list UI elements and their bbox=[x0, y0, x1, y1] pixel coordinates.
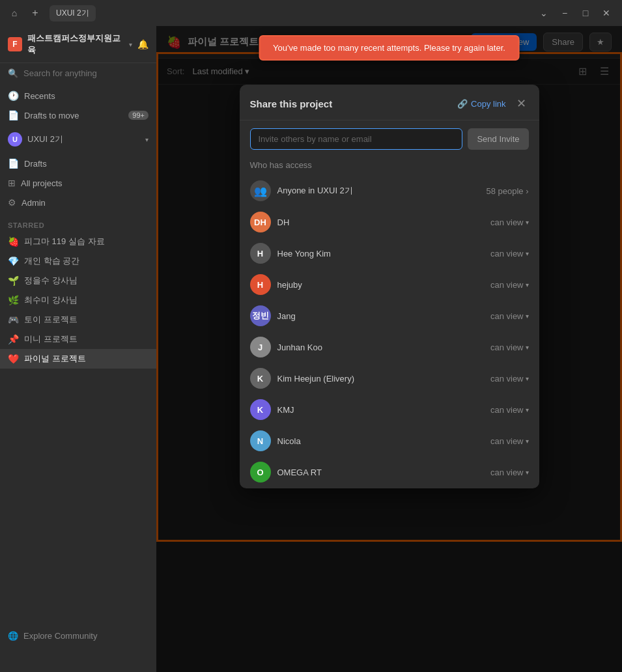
copy-link-icon: 🔗 bbox=[457, 99, 468, 109]
maximize-button[interactable]: □ bbox=[578, 5, 593, 21]
starred-item-label: 개인 학습 공간 bbox=[24, 255, 79, 267]
member-name: DH bbox=[277, 217, 484, 227]
titlebar: ⌂ + UXUI 2기 ⌄ − □ ✕ bbox=[0, 0, 622, 26]
member-avatar: K bbox=[250, 399, 271, 420]
overflow-button[interactable]: ⌄ bbox=[536, 5, 552, 21]
member-name: hejuby bbox=[277, 280, 484, 290]
sidebar-starred-item[interactable]: 🌱 정을수 강사님 bbox=[0, 271, 156, 290]
member-avatar: J bbox=[250, 337, 271, 357]
member-row[interactable]: 정빈 Jang can view ▾ bbox=[240, 300, 539, 331]
new-tab-button[interactable]: + bbox=[29, 7, 42, 20]
member-permission[interactable]: can view ▾ bbox=[490, 217, 529, 227]
starred-item-icon: 💎 bbox=[8, 256, 19, 266]
send-invite-button[interactable]: Send Invite bbox=[468, 128, 528, 150]
member-avatar: 정빈 bbox=[250, 305, 271, 326]
sidebar-item-drafts[interactable]: 📄 Drafts bbox=[0, 154, 156, 173]
starred-list: 🍓 피그마 119 실습 자료 💎 개인 학습 공간 🌱 정을수 강사님 🌿 최… bbox=[0, 232, 156, 369]
starred-item-label: 토이 프로젝트 bbox=[24, 314, 78, 326]
notifications-icon[interactable]: 🔔 bbox=[137, 39, 148, 49]
sidebar-starred-item[interactable]: 📌 미니 프로젝트 bbox=[0, 329, 156, 349]
starred-item-label: 최수미 강사님 bbox=[24, 294, 78, 306]
sidebar-nav: 🕐 Recents 📄 Drafts to move 99+ bbox=[0, 83, 156, 128]
member-row[interactable]: N Nicola can view ▾ bbox=[240, 425, 539, 456]
member-name: Kim Heejun (Elivery) bbox=[277, 374, 484, 384]
member-permission[interactable]: can view ▾ bbox=[490, 374, 529, 384]
all-projects-icon: ⊞ bbox=[8, 178, 16, 188]
member-row[interactable]: P PM5_강유나 can view ▾ bbox=[240, 488, 539, 488]
starred-section-label: Starred bbox=[0, 215, 156, 232]
starred-item-icon: ❤️ bbox=[8, 354, 19, 364]
search-input[interactable] bbox=[23, 68, 148, 78]
member-permission[interactable]: can view ▾ bbox=[490, 343, 529, 352]
explore-community[interactable]: 🌐 Explore Community bbox=[0, 626, 156, 646]
member-name: OMEGA RT bbox=[277, 468, 484, 477]
drafts-nav-label: Drafts bbox=[24, 159, 47, 169]
member-permission[interactable]: can view ▾ bbox=[490, 405, 529, 415]
share-dialog-close-button[interactable]: ✕ bbox=[514, 95, 529, 112]
sidebar-starred-item[interactable]: 💎 개인 학습 공간 bbox=[0, 251, 156, 271]
member-row[interactable]: K Kim Heejun (Elivery) can view ▾ bbox=[240, 363, 539, 394]
member-permission[interactable]: can view ▾ bbox=[490, 436, 529, 446]
sidebar-item-uxui[interactable]: U UXUI 2기 ▾ bbox=[0, 128, 156, 151]
member-permission[interactable]: can view ▾ bbox=[490, 249, 529, 259]
member-avatar: K bbox=[250, 368, 271, 389]
copy-link-button[interactable]: 🔗 Copy link bbox=[457, 99, 505, 109]
member-row[interactable]: H Hee Yong Kim can view ▾ bbox=[240, 238, 539, 269]
starred-item-icon: 🍓 bbox=[8, 236, 19, 247]
share-dialog-header: Share this project 🔗 Copy link ✕ bbox=[240, 85, 539, 120]
starred-item-icon: 🎮 bbox=[8, 315, 19, 325]
member-avatar: 👥 bbox=[250, 180, 271, 201]
copy-link-label: Copy link bbox=[471, 99, 505, 109]
member-row[interactable]: K KMJ can view ▾ bbox=[240, 394, 539, 425]
sidebar-starred-item[interactable]: 🎮 토이 프로젝트 bbox=[0, 310, 156, 329]
user-nav: 📄 Drafts ⊞ All projects ⚙ Admin bbox=[0, 151, 156, 215]
member-row[interactable]: 👥 Anyone in UXUI 2기 58 people › bbox=[240, 175, 539, 206]
sidebar-header: F 패스트캠퍼스정부지원교육 ▾ 🔔 bbox=[0, 26, 156, 63]
share-dialog: Share this project 🔗 Copy link ✕ Send In… bbox=[240, 85, 539, 488]
admin-icon: ⚙ bbox=[8, 197, 16, 208]
explore-label: Explore Community bbox=[23, 631, 97, 641]
member-avatar: H bbox=[250, 243, 271, 264]
member-name: Nicola bbox=[277, 436, 484, 446]
invite-input[interactable] bbox=[250, 128, 463, 150]
member-row[interactable]: H hejuby can view ▾ bbox=[240, 269, 539, 300]
sidebar-starred-item[interactable]: 🌿 최수미 강사님 bbox=[0, 290, 156, 310]
members-list: 👥 Anyone in UXUI 2기 58 people › DH DH ca… bbox=[240, 175, 539, 488]
explore-icon: 🌐 bbox=[8, 631, 18, 641]
member-row[interactable]: DH DH can view ▾ bbox=[240, 206, 539, 238]
org-name[interactable]: 패스트캠퍼스정부지원교육 bbox=[27, 33, 124, 56]
member-name: Jang bbox=[277, 311, 484, 321]
sidebar-item-recents[interactable]: 🕐 Recents bbox=[0, 86, 156, 105]
starred-item-label: 피그마 119 실습 자료 bbox=[24, 236, 105, 247]
member-permission[interactable]: can view ▾ bbox=[490, 280, 529, 290]
starred-item-icon: 📌 bbox=[8, 334, 19, 344]
minimize-button[interactable]: − bbox=[557, 5, 573, 21]
search-icon: 🔍 bbox=[8, 68, 18, 78]
starred-item-icon: 🌿 bbox=[8, 295, 19, 305]
member-permission[interactable]: can view ▾ bbox=[490, 311, 529, 321]
sidebar-starred-item[interactable]: 🍓 피그마 119 실습 자료 bbox=[0, 232, 156, 251]
user-dropdown-icon[interactable]: ▾ bbox=[145, 136, 148, 143]
sidebar-item-admin[interactable]: ⚙ Admin bbox=[0, 193, 156, 212]
app-body: F 패스트캠퍼스정부지원교육 ▾ 🔔 🔍 🕐 Recents 📄 Drafts … bbox=[0, 26, 622, 672]
drafts-badge: 99+ bbox=[128, 111, 148, 120]
starred-item-label: 정을수 강사님 bbox=[24, 275, 78, 287]
tab-uxui[interactable]: UXUI 2기 bbox=[49, 5, 96, 21]
member-permission[interactable]: 58 people › bbox=[486, 186, 528, 196]
sidebar-item-drafts-to-move[interactable]: 📄 Drafts to move 99+ bbox=[0, 105, 156, 125]
user-avatar: U bbox=[8, 132, 22, 147]
member-name: Anyone in UXUI 2기 bbox=[277, 185, 480, 197]
sidebar-item-all-projects[interactable]: ⊞ All projects bbox=[0, 173, 156, 193]
member-row[interactable]: J Junhan Koo can view ▾ bbox=[240, 331, 539, 363]
sidebar-starred-item[interactable]: ❤️ 파이널 프로젝트 bbox=[0, 349, 156, 369]
close-button[interactable]: ✕ bbox=[599, 5, 614, 21]
home-icon[interactable]: ⌂ bbox=[8, 7, 21, 20]
starred-item-label: 파이널 프로젝트 bbox=[24, 353, 86, 365]
member-permission[interactable]: can view ▾ bbox=[490, 468, 529, 477]
user-label: UXUI 2기 bbox=[27, 133, 63, 145]
who-has-access-label: Who has access bbox=[240, 158, 539, 175]
share-invite-row: Send Invite bbox=[240, 120, 539, 158]
org-dropdown-icon[interactable]: ▾ bbox=[129, 41, 132, 48]
member-row[interactable]: O OMEGA RT can view ▾ bbox=[240, 456, 539, 488]
member-name: Hee Yong Kim bbox=[277, 249, 484, 259]
